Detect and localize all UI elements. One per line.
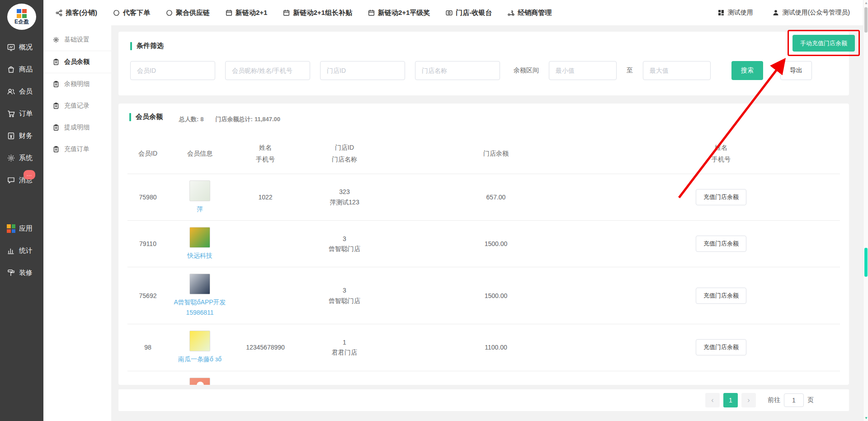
phone-cell: 12345678990 bbox=[231, 342, 299, 352]
system-gear-icon bbox=[7, 154, 15, 162]
member-name-link[interactable]: A曾智聪ổAPP开发15986811 bbox=[168, 297, 231, 317]
store-name-input[interactable] bbox=[415, 61, 500, 80]
manual-recharge-button[interactable]: 手动充值门店余额 bbox=[793, 35, 855, 52]
table-row: 75692 A曾智聪ổAPP开发15986811 3 曾智聪门店 1500.00… bbox=[127, 267, 840, 324]
action-cell: 充值门店余额 bbox=[602, 288, 840, 304]
col-member-info: 会员信息 bbox=[168, 147, 231, 160]
scroll-up-arrow[interactable]: ▲ bbox=[864, 1, 868, 5]
submenu-item-basic-settings[interactable]: 基础设置 bbox=[43, 29, 111, 51]
submenu-item-recharge-order[interactable]: 充值订单 bbox=[43, 138, 111, 160]
table-title-wrap: 会员余额 bbox=[129, 113, 163, 121]
current-user[interactable]: 测试使用(公众号管理员) bbox=[772, 9, 850, 17]
goto-page-input[interactable] bbox=[784, 393, 804, 407]
store-id-input[interactable] bbox=[320, 61, 405, 80]
table-row: 98 南瓜一条藤ổ зổ 12345678990 1 君君门店 1100.00 … bbox=[127, 324, 840, 370]
sidebar-item-apps[interactable]: 应用 bbox=[0, 218, 43, 240]
member-id-input[interactable] bbox=[130, 61, 215, 80]
sidebar-item-overview[interactable]: 概况 bbox=[0, 36, 43, 58]
topbar-account-area: 测试使用 测试使用(公众号管理员) bbox=[717, 9, 850, 17]
topnav-label: 聚合供应链 bbox=[176, 9, 210, 17]
submenu-item-balance-detail[interactable]: 余额明细 bbox=[43, 73, 111, 95]
submenu-item-commission-detail[interactable]: 提成明细 bbox=[43, 117, 111, 138]
topnav-item-chain-21-leader[interactable]: 新链动2+1组长补贴 bbox=[283, 9, 352, 17]
total-count: 总人数:8 bbox=[179, 115, 204, 123]
phone-cell: 1022 bbox=[231, 192, 299, 202]
sidebar-item-goods[interactable]: 商品 bbox=[0, 58, 43, 80]
member-info-cell: 萍 bbox=[168, 180, 231, 214]
topnav-item-chain-21[interactable]: 新链动2+1 bbox=[225, 9, 267, 17]
brand-logo[interactable]: E企盈 bbox=[0, 0, 43, 36]
member-name-link[interactable]: 快远科技 bbox=[187, 251, 212, 260]
overview-icon bbox=[7, 43, 15, 52]
avatar[interactable] bbox=[189, 274, 210, 294]
topnav-item-supply-chain[interactable]: 聚合供应链 bbox=[165, 9, 210, 17]
finance-icon bbox=[7, 132, 15, 140]
paint-roller-icon bbox=[7, 269, 15, 277]
recharge-store-balance-button[interactable]: 充值门店余额 bbox=[696, 236, 746, 252]
scroll-down-arrow[interactable]: ▼ bbox=[864, 416, 868, 420]
sidebar-item-member[interactable]: 会员 bbox=[0, 80, 43, 103]
test-app-entry[interactable]: 测试使用 bbox=[717, 9, 753, 17]
topnav-item-distribution[interactable]: 推客(分销) bbox=[55, 9, 97, 17]
submenu-item-member-balance[interactable]: 会员余额 bbox=[43, 51, 111, 73]
title-accent-bar bbox=[130, 42, 132, 50]
topnav-item-cashier[interactable]: 门店-收银台 bbox=[445, 9, 492, 17]
avatar[interactable] bbox=[189, 331, 210, 351]
sidebar-item-order[interactable]: 订单 bbox=[0, 103, 43, 125]
col-member-id: 会员ID bbox=[127, 147, 168, 160]
col-action: 姓名手机号 bbox=[602, 142, 840, 166]
ring-icon bbox=[113, 9, 120, 17]
scrollbar-indicator[interactable] bbox=[864, 248, 868, 277]
store-id: 323 bbox=[299, 384, 390, 385]
sidebar-item-finance[interactable]: 财务 bbox=[0, 125, 43, 147]
member-name-link[interactable]: 萍 bbox=[197, 204, 203, 214]
avatar[interactable] bbox=[189, 180, 210, 201]
sidebar-item-message[interactable]: 消息 ... bbox=[0, 169, 43, 191]
min-value-input[interactable] bbox=[549, 61, 617, 80]
to-label: 至 bbox=[627, 66, 633, 75]
vertical-scrollbar[interactable]: ▲ ▼ bbox=[863, 0, 868, 421]
page-number-1[interactable]: 1 bbox=[723, 393, 738, 407]
store-balance-cell: 657.00 bbox=[390, 192, 602, 202]
sidebar-item-system[interactable]: 系统 bbox=[0, 147, 43, 169]
topnav-item-dealer[interactable]: 经销商管理 bbox=[507, 9, 552, 17]
avatar[interactable] bbox=[189, 227, 210, 248]
member-nickname-input[interactable] bbox=[225, 61, 310, 80]
sidebar-item-label: 订单 bbox=[19, 109, 33, 118]
body-row: 基础设置 会员余额 余额明细 充值记录 提成明细 bbox=[43, 25, 868, 421]
topnav-label: 经销商管理 bbox=[518, 9, 552, 17]
export-button[interactable]: 导出 bbox=[780, 61, 812, 80]
search-button[interactable]: 搜索 bbox=[731, 61, 763, 80]
col-store: 门店ID门店名称 bbox=[299, 142, 390, 166]
store-id: 3 bbox=[299, 234, 390, 244]
sidebar-item-decorate[interactable]: 装修 bbox=[0, 262, 43, 284]
filter-inputs-row: 余额区间 至 搜索 导出 bbox=[130, 61, 837, 80]
clipboard-icon bbox=[52, 102, 60, 109]
max-value-input[interactable] bbox=[643, 61, 711, 80]
sidebar-item-label: 系统 bbox=[19, 154, 33, 162]
topnav-item-proxy-order[interactable]: 代客下单 bbox=[113, 9, 150, 17]
table-summary: 总人数:8 门店余额总计:11,847.00 bbox=[179, 115, 280, 123]
table-body: 75980 萍 1022 323 萍测试123 657.00 充值门店余额 79… bbox=[127, 174, 840, 385]
submenu-item-recharge-record[interactable]: 充值记录 bbox=[43, 95, 111, 117]
scrollbar-thumb[interactable] bbox=[864, 7, 868, 33]
recharge-store-balance-button[interactable]: 充值门店余额 bbox=[696, 288, 746, 304]
recharge-store-balance-button[interactable]: 充值门店余额 bbox=[696, 339, 746, 355]
sidebar-item-label: 财务 bbox=[19, 132, 33, 140]
prev-page-button[interactable]: ‹ bbox=[705, 393, 720, 407]
share-icon bbox=[55, 9, 63, 17]
goods-icon bbox=[7, 65, 15, 74]
member-name-link[interactable]: 南瓜一条藤ổ зổ bbox=[178, 354, 222, 364]
balance-range-label: 余额区间 bbox=[514, 66, 539, 75]
logo-grid-icon bbox=[17, 9, 27, 18]
gear-icon bbox=[52, 36, 60, 43]
action-cell: 充值门店余额 bbox=[602, 339, 840, 355]
recharge-store-balance-button[interactable]: 充值门店余额 bbox=[696, 189, 746, 205]
sidebar-item-stats[interactable]: 统计 bbox=[0, 240, 43, 262]
avatar[interactable] bbox=[189, 378, 210, 385]
topnav-item-chain-21-level[interactable]: 新链动2+1平级奖 bbox=[368, 9, 430, 17]
test-app-label: 测试使用 bbox=[728, 9, 753, 17]
logo-circle: E企盈 bbox=[7, 4, 36, 30]
member-id-cell: 98 bbox=[127, 342, 168, 352]
next-page-button[interactable]: › bbox=[741, 393, 756, 407]
